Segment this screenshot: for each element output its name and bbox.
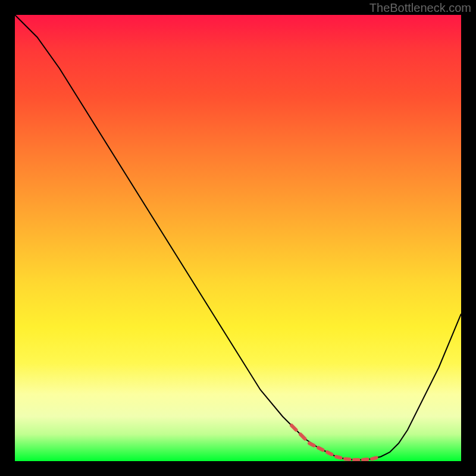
chart-svg (15, 15, 461, 461)
optimal-region-marker (292, 425, 377, 460)
watermark-text: TheBottleneck.com (369, 1, 471, 15)
bottleneck-curve-line (15, 15, 461, 460)
